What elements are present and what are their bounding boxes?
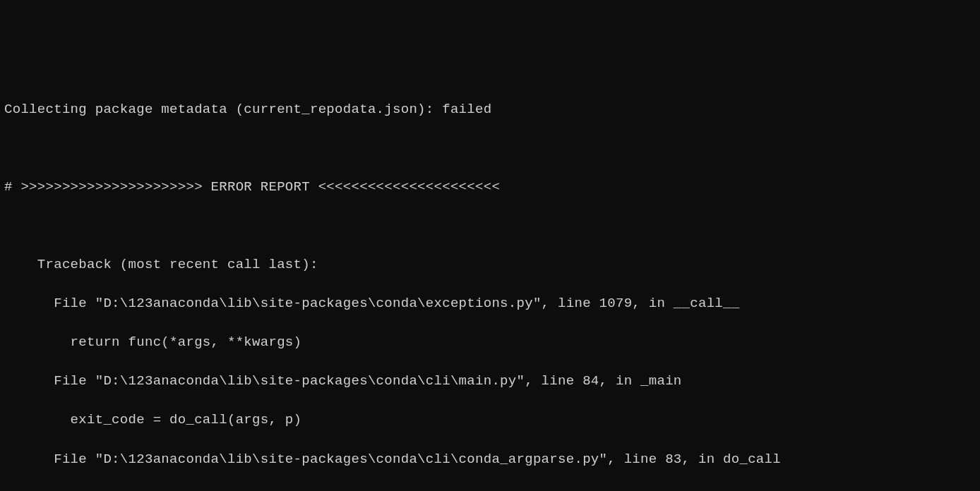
terminal-line: File "D:\123anaconda\lib\site-packages\c… [4,450,976,470]
terminal-line: exit_code = do_call(args, p) [4,411,976,430]
terminal-blank-line [4,139,976,159]
terminal-line: File "D:\123anaconda\lib\site-packages\c… [4,294,976,314]
terminal-line: # >>>>>>>>>>>>>>>>>>>>>> ERROR REPORT <<… [4,178,976,198]
terminal-blank-line [4,217,976,236]
terminal-line: return func(*args, **kwargs) [4,333,976,353]
terminal-output: Collecting package metadata (current_rep… [4,80,976,491]
terminal-line: Collecting package metadata (current_rep… [4,100,976,120]
terminal-line: Traceback (most recent call last): [4,255,976,275]
terminal-line: File "D:\123anaconda\lib\site-packages\c… [4,372,976,392]
